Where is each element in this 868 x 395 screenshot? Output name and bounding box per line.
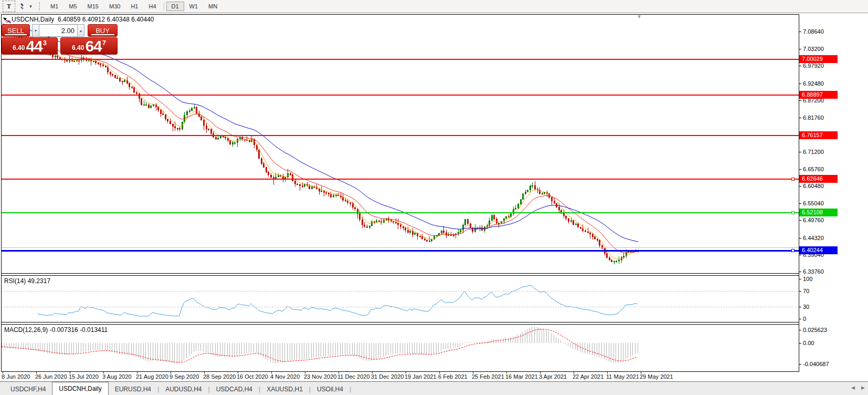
buy-underline (91, 34, 114, 35)
chart-tab-usdcnh[interactable]: USDCNH,Daily (52, 382, 108, 395)
chart-tab-usdcad[interactable]: USDCAD,H4 (210, 384, 259, 395)
main-pane-top-border (1, 14, 799, 15)
buy-price-sup: 7 (102, 39, 106, 47)
rsi-scale-label: 30 (803, 304, 809, 310)
horizontal-line-6.40244[interactable] (2, 250, 799, 252)
price-axis-label: 6.71200 (803, 149, 824, 155)
tab-scroll-right-icon[interactable]: ▶ (861, 385, 865, 390)
buy-button[interactable]: BUY (88, 24, 118, 37)
chart-title: USDCNH,Daily 6.40859 6.40912 6.40348 6.4… (12, 16, 154, 23)
tab-scroll-left-icon[interactable]: ◀ (851, 385, 855, 390)
price-badge-6.88897: 6.88897 (799, 91, 838, 99)
line-handle[interactable] (791, 249, 795, 252)
chart-tab-xauusd[interactable]: XAUUSD,H1 (260, 384, 309, 395)
sell-price-big: 44 (26, 39, 42, 54)
sell-price-sup: 3 (43, 39, 47, 47)
candlestick-chart-canvas[interactable] (2, 15, 799, 273)
spinner-down-icon: ▼ (34, 29, 38, 33)
timeframe-button-m15[interactable]: M15 (82, 2, 104, 11)
date-axis-label: 3 Apr 2021 (539, 373, 567, 380)
toolbar: T ▼ M1M5M15M30H1H4D1W1MN (0, 0, 868, 13)
left-border (1, 14, 2, 372)
chart-shift-marker-icon[interactable]: ▼ (637, 15, 642, 19)
sell-button[interactable]: SELL (2, 24, 30, 37)
timeframe-button-d1[interactable]: D1 (166, 2, 184, 11)
sell-button-label: SELL (7, 27, 24, 35)
buy-price-display[interactable]: 6.40 64 7 (60, 37, 118, 55)
chart-tab-usoil[interactable]: USOil,H4 (311, 384, 350, 395)
volume-input[interactable] (39, 24, 77, 37)
price-axis-tick (799, 169, 801, 170)
toolbar-grip (39, 2, 42, 11)
text-tool-button[interactable]: T (3, 1, 15, 12)
macd-scale-label: 0.025623 (803, 327, 827, 333)
date-axis-label: 19 Jan 2021 (405, 373, 437, 380)
horizontal-line-6.52108[interactable] (2, 212, 799, 213)
horizontal-line-6.88897[interactable] (2, 95, 799, 96)
price-axis-label: 6.65760 (803, 166, 824, 172)
volume-decrease-button[interactable]: ▼ (32, 24, 39, 37)
line-handle[interactable] (791, 178, 795, 181)
timeframe-button-m5[interactable]: M5 (63, 2, 82, 11)
date-axis-label: 3 Aug 2020 (102, 373, 132, 380)
date-axis-label: 22 Apr 2021 (573, 373, 604, 380)
timeframe-button-h4[interactable]: H4 (143, 2, 161, 11)
date-axis-label: 16 Oct 2020 (237, 373, 268, 380)
macd-indicator-canvas[interactable] (2, 325, 799, 371)
price-axis-tick (799, 100, 801, 101)
horizontal-line-6.62646[interactable] (2, 179, 799, 180)
rsi-indicator-canvas[interactable] (2, 276, 799, 322)
line-handle[interactable] (791, 211, 795, 214)
macd-pane-bottom-border (1, 371, 799, 372)
chart-tab-audusd[interactable]: AUDUSD,H4 (159, 384, 208, 395)
arrange-arrows-button[interactable]: ▼ (16, 1, 35, 12)
date-axis-label: 26 Jun 2020 (35, 373, 67, 380)
price-axis-label: 6.44320 (803, 235, 824, 241)
price-axis-label: 7.08640 (803, 28, 824, 35)
sell-price-display[interactable]: 6.40 44 3 (2, 37, 58, 55)
ask-price-line[interactable] (2, 247, 799, 248)
timeframe-button-h1[interactable]: H1 (125, 2, 143, 11)
price-axis-tick (799, 279, 801, 279)
price-axis-tick (799, 84, 801, 84)
volume-increase-button[interactable]: ▲ (77, 24, 84, 37)
spinner-up-icon: ▲ (79, 29, 83, 33)
price-badge-7.00029: 7.00029 (799, 55, 838, 63)
chart-tab-bar: USDCHF,H4USDCNH,DailyEURUSD,H4|AUDUSD,H4… (0, 381, 868, 395)
horizontal-line-6.76157[interactable] (2, 135, 799, 136)
date-axis-label: 4 Nov 2020 (270, 373, 300, 380)
buy-price-big: 64 (85, 39, 101, 54)
price-axis-tick (799, 330, 801, 330)
price-axis-label: 6.55040 (803, 200, 824, 206)
main-pane-bottom-border (1, 273, 799, 274)
timeframe-button-mn[interactable]: MN (203, 2, 223, 11)
timeframe-button-m30[interactable]: M30 (104, 2, 125, 11)
price-axis-tick (799, 255, 801, 255)
date-axis-label: 31 Dec 2020 (371, 373, 404, 380)
price-badge-6.62646: 6.62646 (799, 175, 838, 183)
date-axis-label: 28 Sep 2020 (203, 373, 236, 380)
price-axis-tick (799, 319, 801, 319)
price-axis-tick (799, 291, 801, 292)
rsi-level-line-30 (2, 307, 798, 307)
timeframe-button-m1[interactable]: M1 (45, 2, 63, 11)
chart-tab-usdchf[interactable]: USDCHF,H4 (4, 384, 52, 395)
chart-tab-eurusd[interactable]: EURUSD,H4 (109, 384, 157, 395)
date-axis-label: 6 Feb 2021 (438, 373, 468, 380)
chart-window: ▼ USDCNH,Daily 6.40859 6.40912 6.40348 6… (0, 13, 868, 381)
horizontal-line-7.00029[interactable] (2, 59, 799, 60)
price-axis-label: 6.60480 (803, 183, 824, 189)
price-axis-tick (799, 152, 801, 152)
chart-title-symbol: USDCNH,Daily (12, 16, 54, 23)
price-axis-tick (799, 343, 801, 344)
chart-title-ohlc: 6.40859 6.40912 6.40348 6.40440 (58, 16, 154, 23)
rsi-label: RSI(14) 49.2317 (4, 277, 50, 285)
timeframe-button-w1[interactable]: W1 (184, 2, 204, 11)
date-axis-label: 11 Dec 2020 (337, 373, 370, 380)
rsi-pane-top-border (1, 275, 799, 276)
buy-button-label: BUY (96, 27, 110, 35)
price-badge-6.40244: 6.40244 (799, 246, 838, 254)
price-axis-tick (799, 66, 801, 66)
price-axis-tick (799, 32, 801, 32)
volume-control: ▼ ▲ (32, 24, 84, 37)
